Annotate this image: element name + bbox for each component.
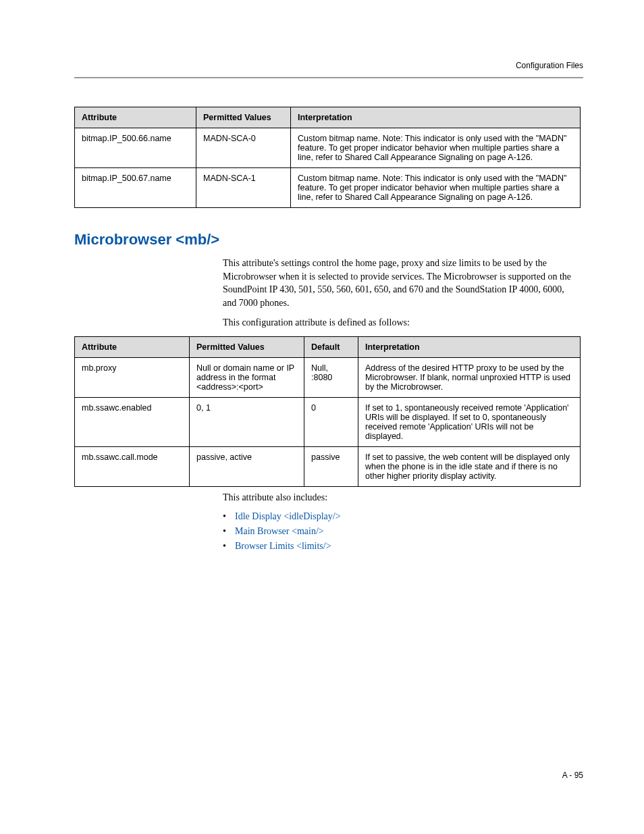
section-bullets: This attribute also includes: Idle Displ… [223, 491, 574, 552]
cell-interpretation: Custom bitmap name. Note: This indicator… [291, 128, 581, 168]
cell-permitted: 0, 1 [190, 397, 304, 446]
table-bitmap-attributes: Attribute Permitted Values Interpretatio… [74, 107, 581, 208]
cell-permitted: MADN-SCA-1 [196, 168, 291, 208]
cell-attribute: mb.ssawc.enabled [75, 397, 190, 446]
link-idle-display[interactable]: Idle Display <idleDisplay/> [235, 511, 341, 521]
table-row: bitmap.IP_500.66.name MADN-SCA-0 Custom … [75, 128, 581, 168]
paragraph: This attribute's settings control the ho… [223, 257, 574, 309]
cell-attribute: bitmap.IP_500.66.name [75, 128, 196, 168]
list-item: Browser Limits <limits/> [223, 541, 574, 552]
cell-attribute: bitmap.IP_500.67.name [75, 168, 196, 208]
list-item: Idle Display <idleDisplay/> [223, 511, 574, 522]
table-row: Attribute Permitted Values Interpretatio… [75, 107, 581, 128]
col-header-default: Default [304, 336, 358, 357]
header-rule [74, 77, 583, 78]
cell-permitted: passive, active [190, 446, 304, 486]
paragraph: This attribute also includes: [223, 491, 574, 504]
section-body: This attribute's settings control the ho… [223, 257, 574, 330]
link-browser-limits[interactable]: Browser Limits <limits/> [235, 541, 331, 551]
table-row: bitmap.IP_500.67.name MADN-SCA-1 Custom … [75, 168, 581, 208]
paragraph: This configuration attribute is defined … [223, 316, 574, 330]
col-header-permitted: Permitted Values [190, 336, 304, 357]
cell-attribute: mb.ssawc.call.mode [75, 446, 190, 486]
col-header-attribute: Attribute [75, 107, 196, 128]
section-title: Microbrowser <mb/> [74, 231, 583, 249]
page-number: A - 95 [562, 771, 583, 780]
col-header-attribute: Attribute [75, 336, 190, 357]
col-header-permitted: Permitted Values [196, 107, 291, 128]
table-row: Attribute Permitted Values Default Inter… [75, 336, 581, 357]
cell-interpretation: If set to passive, the web content will … [358, 446, 581, 486]
link-list: Idle Display <idleDisplay/> Main Browser… [223, 511, 574, 552]
table-row: mb.proxy Null or domain name or IP addre… [75, 357, 581, 397]
cell-permitted: Null or domain name or IP address in the… [190, 357, 304, 397]
cell-default: 0 [304, 397, 358, 446]
running-head: Configuration Files [516, 61, 583, 70]
cell-interpretation: If set to 1, spontaneously received remo… [358, 397, 581, 446]
cell-permitted: MADN-SCA-0 [196, 128, 291, 168]
table-row: mb.ssawc.call.mode passive, active passi… [75, 446, 581, 486]
col-header-interpretation: Interpretation [358, 336, 581, 357]
col-header-interpretation: Interpretation [291, 107, 581, 128]
cell-interpretation: Address of the desired HTTP proxy to be … [358, 357, 581, 397]
cell-default: passive [304, 446, 358, 486]
content-area: Attribute Permitted Values Interpretatio… [74, 61, 583, 552]
cell-attribute: mb.proxy [75, 357, 190, 397]
table-mb-attributes: Attribute Permitted Values Default Inter… [74, 336, 581, 487]
cell-default: Null, :8080 [304, 357, 358, 397]
list-item: Main Browser <main/> [223, 526, 574, 537]
table-row: mb.ssawc.enabled 0, 1 0 If set to 1, spo… [75, 397, 581, 446]
page: Configuration Files Attribute Permitted … [0, 0, 644, 834]
link-main-browser[interactable]: Main Browser <main/> [235, 526, 324, 536]
cell-interpretation: Custom bitmap name. Note: This indicator… [291, 168, 581, 208]
